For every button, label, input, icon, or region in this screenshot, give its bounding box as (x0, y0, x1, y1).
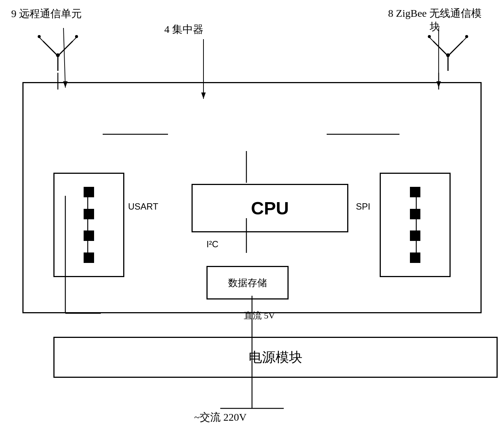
concentrator-text: 4 集中器 (164, 23, 203, 35)
svg-point-31 (428, 35, 431, 38)
antenna-left-icon (35, 34, 80, 75)
spi-label: SPI (356, 201, 370, 212)
module-dot-8 (410, 252, 420, 263)
i2c-label: I²C (206, 239, 218, 250)
module-dot-5 (410, 187, 420, 197)
module-dot-4 (84, 252, 94, 263)
svg-point-24 (75, 35, 78, 38)
left-module (53, 173, 124, 277)
power-label: 电源模块 (249, 348, 302, 367)
antenna-right-icon (426, 34, 470, 75)
power-box: 电源模块 (53, 337, 498, 378)
module-dot-1 (84, 187, 94, 197)
label-zigbee: 8 ZigBee 无线通信模块 (388, 7, 482, 34)
module-dot-3 (84, 230, 94, 241)
data-storage-box: 数据存储 (206, 266, 289, 299)
svg-line-29 (448, 41, 463, 56)
ac220v-label: ~交流 220V (194, 410, 246, 424)
label-concentrator: 4 集中器 (164, 22, 203, 37)
svg-point-25 (56, 53, 60, 57)
svg-line-27 (433, 41, 448, 56)
svg-line-19 (43, 41, 58, 56)
module-dot-7 (410, 230, 420, 241)
cpu-box: CPU (192, 184, 348, 232)
label-remote-unit: 9 远程通信单元 (11, 7, 82, 21)
storage-label: 数据存储 (228, 276, 267, 289)
usart-label: USART (128, 201, 158, 212)
svg-line-21 (58, 41, 73, 56)
main-box: CPU USART SPI I²C 数据存储 直流 5V 电源模块 (22, 82, 482, 313)
module-dot-6 (410, 209, 420, 219)
module-dot-2 (84, 209, 94, 219)
svg-point-33 (446, 53, 450, 57)
right-module (380, 173, 451, 277)
svg-point-23 (38, 35, 41, 38)
remote-unit-text: 9 远程通信单元 (11, 8, 82, 19)
svg-point-32 (465, 35, 468, 38)
cpu-label: CPU (251, 198, 289, 219)
dc5v-label: 直流 5V (244, 310, 275, 321)
